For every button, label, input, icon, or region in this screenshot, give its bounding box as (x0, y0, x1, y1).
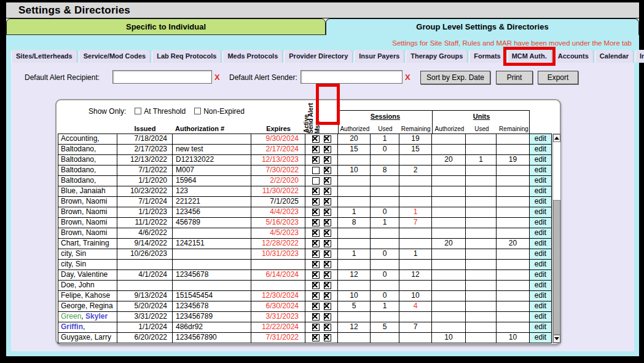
active-checkbox[interactable] (312, 135, 320, 143)
tab-group-level-settings[interactable]: Group Level Settings & Directories (326, 18, 639, 35)
edit-button[interactable]: edit (530, 301, 552, 312)
scroll-up-button[interactable] (553, 134, 560, 142)
edit-button[interactable]: edit (530, 270, 552, 281)
send-alert-msg-checkbox[interactable] (324, 135, 331, 143)
send-alert-msg-checkbox[interactable] (324, 198, 331, 205)
active-checkbox[interactable] (312, 219, 320, 226)
edit-button[interactable]: edit (530, 207, 552, 218)
send-alert-msg-checkbox[interactable] (324, 219, 331, 226)
active-checkbox[interactable] (312, 146, 320, 153)
send-alert-msg-checkbox[interactable] (324, 177, 331, 185)
send-alert-msg-checkbox[interactable] (324, 324, 331, 331)
sort-by-exp-date-button[interactable]: Sort by Exp. Date (420, 71, 490, 84)
title-bar: Settings & Directories (6, 2, 639, 18)
active-checkbox[interactable] (312, 167, 320, 174)
edit-button[interactable]: edit (530, 197, 552, 207)
send-alert-msg-checkbox[interactable] (324, 261, 331, 268)
active-checkbox[interactable] (312, 240, 320, 247)
active-checkbox[interactable] (312, 334, 320, 341)
send-alert-msg-checkbox[interactable] (324, 167, 331, 174)
cell-name: Felipe, Kahose (58, 291, 117, 301)
active-checkbox[interactable] (312, 261, 320, 268)
non-expired-checkbox[interactable] (194, 108, 201, 114)
edit-button[interactable]: edit (530, 333, 552, 343)
at-threshold-checkbox[interactable] (135, 108, 141, 114)
send-alert-msg-checkbox[interactable] (324, 271, 331, 279)
edit-button[interactable]: edit (530, 312, 552, 322)
edit-button[interactable]: edit (530, 260, 552, 270)
subtab-lab-req-protocols[interactable]: Lab Req Protocols (152, 50, 221, 63)
active-checkbox[interactable] (312, 324, 320, 331)
scrollbar-thumb[interactable] (553, 200, 560, 335)
send-alert-msg-checkbox[interactable] (324, 209, 331, 216)
cell-units-used (466, 145, 497, 155)
edit-button[interactable]: edit (530, 176, 552, 186)
clear-recipient-x[interactable]: X (214, 73, 220, 82)
default-alert-sender-input[interactable] (300, 70, 402, 84)
default-alert-recipient-input[interactable] (112, 70, 212, 84)
send-alert-msg-checkbox[interactable] (324, 240, 331, 247)
active-checkbox[interactable] (312, 188, 320, 195)
active-checkbox[interactable] (312, 250, 320, 258)
subtab-provider-directory[interactable]: Provider Directory (284, 50, 353, 63)
subtab-meds-protocols[interactable]: Meds Protocols (222, 50, 283, 63)
send-alert-msg-checkbox[interactable] (324, 313, 331, 321)
subtab-service-mod-codes[interactable]: Service/Mod Codes (79, 50, 151, 63)
send-alert-msg-checkbox[interactable] (324, 146, 331, 153)
send-alert-msg-checkbox[interactable] (324, 188, 331, 195)
edit-button[interactable]: edit (530, 291, 552, 301)
cell-units-used (466, 228, 497, 239)
send-alert-msg-checkbox[interactable] (324, 303, 331, 310)
edit-button[interactable]: edit (530, 218, 552, 228)
send-alert-msg-checkbox[interactable] (324, 334, 331, 341)
edit-button[interactable]: edit (530, 155, 552, 166)
send-alert-msg-checkbox[interactable] (324, 282, 331, 289)
send-alert-msg-checkbox[interactable] (324, 250, 331, 258)
subtab-therapy-groups[interactable]: Therapy Groups (406, 50, 468, 63)
vertical-scrollbar[interactable] (552, 134, 561, 343)
active-checkbox[interactable] (312, 271, 320, 279)
edit-button[interactable]: edit (530, 249, 552, 260)
table-header: Show Only:At ThresholdNon-Expired Issued… (58, 103, 561, 134)
print-button[interactable]: Print (496, 71, 533, 84)
edit-button[interactable]: edit (530, 186, 552, 197)
active-checkbox[interactable] (312, 198, 320, 205)
edit-button[interactable]: edit (530, 228, 552, 239)
cell-units-used (466, 312, 497, 322)
subtab-formats[interactable]: Formats (469, 50, 505, 63)
units-label: Units (433, 113, 530, 120)
send-alert-msg-checkbox[interactable] (324, 229, 331, 237)
cell-name: Baltodano, (58, 155, 117, 166)
send-alert-msg-checkbox[interactable] (324, 156, 331, 164)
subtab-sites-letterheads[interactable]: Sites/Letterheads (11, 50, 77, 63)
active-checkbox[interactable] (312, 177, 320, 185)
edit-button[interactable]: edit (530, 322, 552, 333)
active-checkbox[interactable] (312, 313, 320, 321)
cell-name: city, Sin (58, 260, 117, 270)
edit-button[interactable]: edit (530, 145, 552, 155)
active-checkbox[interactable] (312, 209, 320, 216)
edit-button[interactable]: edit (530, 239, 552, 249)
clear-sender-x[interactable]: X (405, 73, 410, 82)
scroll-down-button[interactable] (553, 335, 560, 343)
subtab-accounts[interactable]: Accounts (553, 50, 594, 63)
cell-authorization-number: 151545454 (173, 291, 251, 301)
active-checkbox[interactable] (312, 229, 320, 237)
subtab-insur-payers[interactable]: Insur Payers (354, 50, 404, 63)
active-checkbox[interactable] (312, 156, 320, 164)
name-part: Doe, John (61, 281, 95, 289)
active-checkbox[interactable] (312, 292, 320, 300)
send-alert-msg-checkbox[interactable] (324, 292, 331, 300)
subtab-integrations[interactable]: Integrations (635, 50, 644, 63)
cell-expires (251, 260, 305, 270)
export-button[interactable]: Export (538, 71, 578, 84)
active-checkbox[interactable] (312, 303, 320, 310)
cell-sessions-used (371, 239, 399, 249)
edit-button[interactable]: edit (530, 281, 552, 291)
subtab-calendar[interactable]: Calendar (595, 50, 634, 63)
tab-specific-to-individual[interactable]: Specific to Individual (6, 18, 326, 35)
edit-button[interactable]: edit (530, 134, 552, 145)
edit-button[interactable]: edit (530, 166, 552, 176)
active-checkbox[interactable] (312, 282, 320, 289)
cell-sessions-remaining: 7 (399, 218, 432, 228)
